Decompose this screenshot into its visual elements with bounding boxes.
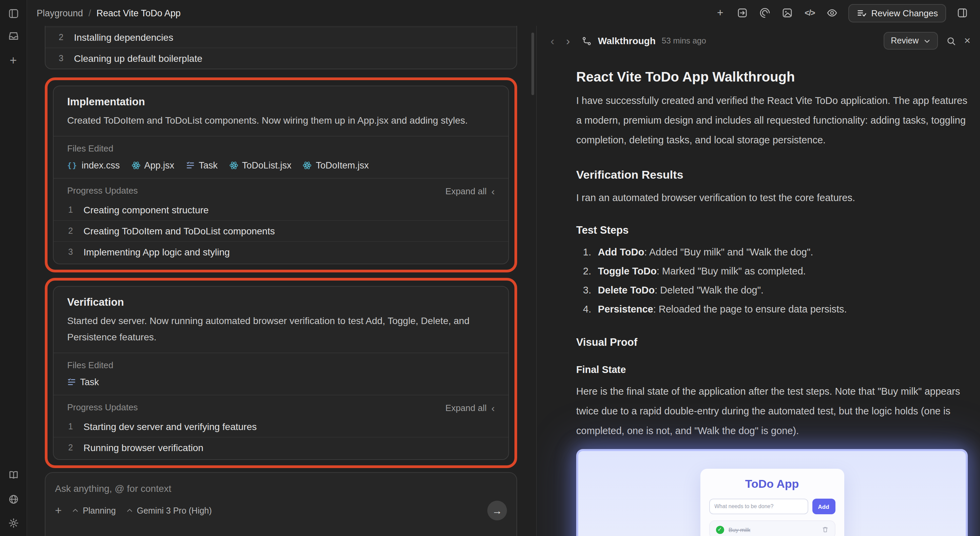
review-label: Review xyxy=(891,36,919,46)
file-chip[interactable]: {}index.css xyxy=(67,159,120,172)
file-chip[interactable]: ToDoList.jsx xyxy=(229,159,291,172)
expand-all-button[interactable]: Expand all ‹ xyxy=(445,186,495,196)
nav-back-button[interactable]: ‹ xyxy=(548,35,557,46)
breadcrumb-separator: / xyxy=(89,8,91,18)
scrollbar-thumb[interactable] xyxy=(531,33,534,95)
progress-item[interactable]: 3 Cleaning up default boilerplate xyxy=(46,48,517,69)
layout-toggle-button[interactable] xyxy=(953,4,971,22)
agent-card-verification: Verification Started dev server. Now run… xyxy=(53,286,509,460)
chevron-left-icon: ‹ xyxy=(492,402,495,413)
card-description: Started dev server. Now running automate… xyxy=(67,313,495,345)
test-steps-heading: Test Steps xyxy=(576,223,968,237)
screenshot-button[interactable] xyxy=(778,4,796,22)
search-icon xyxy=(946,36,956,46)
step-name: Add ToDo xyxy=(598,247,644,257)
search-button[interactable] xyxy=(946,36,956,46)
file-chip-list: Task xyxy=(67,376,495,389)
book-icon xyxy=(8,469,19,480)
test-step: 4. Persistence: Reloaded the page to ens… xyxy=(576,300,968,319)
review-dropdown-button[interactable]: Review xyxy=(883,32,938,49)
file-chip[interactable]: ToDoItem.jsx xyxy=(303,159,369,172)
progress-item[interactable]: 2 Installing dependencies xyxy=(46,27,517,48)
progress-number: 2 xyxy=(58,33,64,42)
step-name: Toggle ToDo xyxy=(598,266,657,276)
todo-app-title: ToDo App xyxy=(709,478,835,491)
progress-text: Running browser verification xyxy=(83,442,203,453)
step-name: Delete ToDo xyxy=(598,285,655,295)
agent-swirl-button[interactable] xyxy=(756,4,774,22)
open-in-editor-button[interactable] xyxy=(733,4,752,22)
card-title: Verification xyxy=(67,295,495,309)
model-selector[interactable]: Gemini 3 Pro (High) xyxy=(126,506,212,515)
walkthrough-header: ‹ › Walkthrough 53 mins ago Review × xyxy=(537,26,980,56)
progress-item[interactable]: 3 Implementing App logic and styling xyxy=(54,241,508,262)
model-label: Gemini 3 Pro (High) xyxy=(137,506,212,515)
walkthrough-timestamp: 53 mins ago xyxy=(662,36,706,46)
progress-updates-label: Progress Updates xyxy=(67,402,138,413)
files-edited-section: Files Edited {}index.css App.jsx Task To… xyxy=(54,136,508,178)
check-circle-icon: ✓ xyxy=(716,525,724,534)
file-name: Task xyxy=(80,376,99,389)
progress-number: 1 xyxy=(67,205,74,214)
plus-icon: + xyxy=(717,7,724,19)
files-edited-label: Files Edited xyxy=(67,144,495,154)
files-edited-section: Files Edited Task xyxy=(54,353,508,395)
card-header: Verification Started dev server. Now run… xyxy=(54,287,508,353)
preview-button[interactable] xyxy=(823,4,841,22)
final-state-heading: Final State xyxy=(576,363,968,376)
breadcrumb-root[interactable]: Playground xyxy=(37,8,83,18)
review-changes-button[interactable]: Review Changes xyxy=(848,4,946,22)
file-chip[interactable]: Task xyxy=(186,159,218,172)
card-header: Implementation Created ToDoItem and ToDo… xyxy=(54,86,508,136)
todo-item-text: Buy milk xyxy=(729,526,750,533)
progress-number: 2 xyxy=(67,226,74,236)
eye-icon xyxy=(827,8,837,18)
verification-results-text: I ran an automated browser verification … xyxy=(576,188,968,208)
attach-button[interactable]: + xyxy=(55,505,62,516)
progress-item[interactable]: 1 Creating component structure xyxy=(54,199,508,220)
progress-updates-header: Progress Updates Expand all ‹ xyxy=(54,178,508,199)
step-number: 1. xyxy=(583,242,595,262)
chevron-down-icon xyxy=(923,38,930,44)
chat-input[interactable]: Ask anything, @ for context xyxy=(55,482,507,495)
step-number: 2. xyxy=(583,262,595,281)
close-button[interactable]: × xyxy=(964,35,970,46)
progress-number: 3 xyxy=(58,54,64,63)
file-chip[interactable]: App.jsx xyxy=(131,159,174,172)
progress-item[interactable]: 2 Running browser verification xyxy=(54,437,508,458)
progress-item[interactable]: 1 Starting dev server and verifying feat… xyxy=(54,416,508,437)
react-icon xyxy=(229,161,238,170)
step-text: : Marked "Buy milk" as completed. xyxy=(657,266,806,276)
progress-item[interactable]: 2 Creating ToDoItem and ToDoList compone… xyxy=(54,220,508,241)
code-view-button[interactable]: </> xyxy=(800,4,819,22)
chevron-left-icon: ‹ xyxy=(492,186,495,196)
chevron-up-icon xyxy=(72,507,79,514)
file-chip-list: {}index.css App.jsx Task ToDoList.jsx To… xyxy=(67,159,495,172)
progress-text: Cleaning up default boilerplate xyxy=(74,53,202,64)
step-text: : Added "Buy milk" and "Walk the dog". xyxy=(644,247,813,257)
new-tab-button[interactable]: + xyxy=(711,4,729,22)
sidebar-toggle-button[interactable] xyxy=(5,5,22,22)
doc-intro: I have successfully created and verified… xyxy=(576,91,968,150)
progress-number: 3 xyxy=(67,247,74,257)
app-screenshot-preview: ToDo App Add ✓ Buy milk ✓ Buy milk xyxy=(576,449,968,536)
mode-selector[interactable]: Planning xyxy=(72,506,116,515)
docs-button[interactable] xyxy=(5,466,22,484)
progress-updates-label: Progress Updates xyxy=(67,185,138,196)
progress-number: 2 xyxy=(67,443,74,453)
browser-button[interactable] xyxy=(5,490,22,508)
final-state-text: Here is the final state of the applicati… xyxy=(576,382,968,441)
step-text: : Deleted "Walk the dog". xyxy=(655,285,764,295)
nav-forward-button[interactable]: › xyxy=(563,35,573,46)
file-chip[interactable]: Task xyxy=(67,376,99,389)
todo-input-row: Add xyxy=(709,499,835,514)
expand-all-button[interactable]: Expand all ‹ xyxy=(445,402,495,413)
progress-number: 1 xyxy=(67,421,74,431)
top-bar-actions: + </> Review Changes xyxy=(711,4,971,22)
new-chat-button[interactable]: + xyxy=(5,52,22,69)
settings-button[interactable] xyxy=(5,514,22,532)
inbox-button[interactable] xyxy=(5,27,22,45)
plus-icon: + xyxy=(10,53,17,68)
diff-list-icon xyxy=(856,8,866,18)
send-button[interactable]: → xyxy=(487,501,507,520)
